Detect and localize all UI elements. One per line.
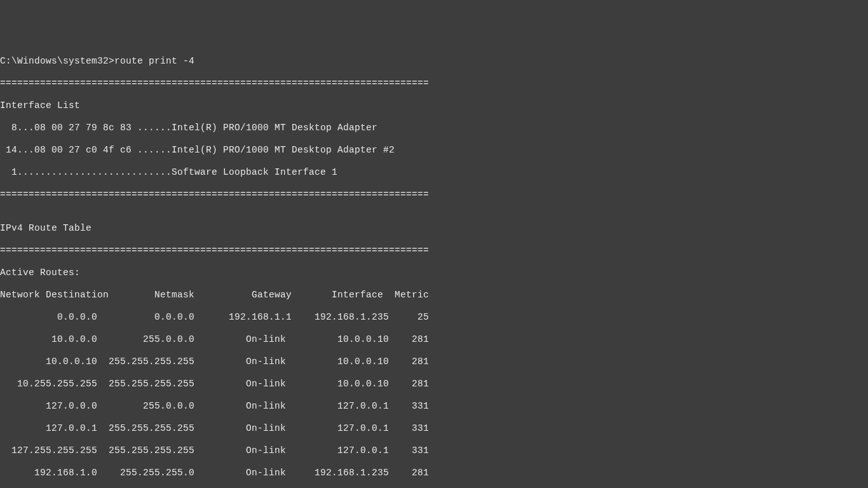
divider-line: ========================================…	[0, 245, 868, 257]
route-row: 127.255.255.255 255.255.255.255 On-link …	[0, 445, 868, 457]
command-text: route print -4	[114, 56, 194, 66]
prompt-path: C:\Windows\system32>	[0, 56, 114, 66]
route-row: 10.0.0.0 255.0.0.0 On-link 10.0.0.10 281	[0, 334, 868, 346]
route-row: 127.0.0.0 255.0.0.0 On-link 127.0.0.1 33…	[0, 401, 868, 412]
active-routes-header: Active Routes:	[0, 268, 868, 279]
route-table-title: IPv4 Route Table	[0, 223, 868, 234]
divider-line: ========================================…	[0, 189, 868, 201]
command-line-1: C:\Windows\system32>route print -4	[0, 56, 868, 67]
interface-list-header: Interface List	[0, 100, 868, 112]
route-row: 10.255.255.255 255.255.255.255 On-link 1…	[0, 379, 868, 390]
route-row: 127.0.0.1 255.255.255.255 On-link 127.0.…	[0, 423, 868, 435]
interface-entry: 8...08 00 27 79 8c 83 ......Intel(R) PRO…	[0, 123, 868, 134]
terminal-output[interactable]: C:\Windows\system32>route print -4 =====…	[0, 44, 868, 488]
interface-entry: 14...08 00 27 c0 4f c6 ......Intel(R) PR…	[0, 145, 868, 156]
interface-entry: 1...........................Software Loo…	[0, 167, 868, 179]
route-row: 0.0.0.0 0.0.0.0 192.168.1.1 192.168.1.23…	[0, 312, 868, 323]
route-row: 192.168.1.0 255.255.255.0 On-link 192.16…	[0, 468, 868, 479]
column-headers: Network Destination Netmask Gateway Inte…	[0, 290, 868, 301]
divider-line: ========================================…	[0, 78, 868, 90]
route-row: 10.0.0.10 255.255.255.255 On-link 10.0.0…	[0, 356, 868, 368]
